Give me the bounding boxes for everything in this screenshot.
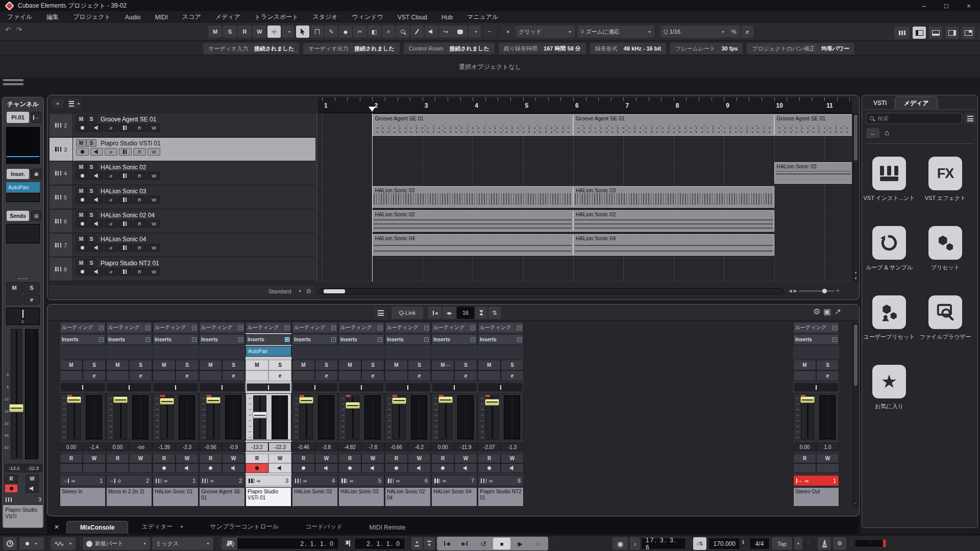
strip-peak-value[interactable]: -11.9 [454, 442, 477, 452]
strip-monitor-icon[interactable] [268, 463, 291, 473]
media-back-icon[interactable]: ← [866, 128, 879, 138]
quantize-panel-icon[interactable]: e [741, 26, 753, 38]
select-tool-icon[interactable] [296, 26, 309, 38]
media-search-box[interactable] [866, 113, 962, 124]
time-format-note-icon[interactable]: ♪ [630, 537, 640, 550]
global-s-button[interactable]: S [223, 26, 237, 38]
strip-record-button[interactable] [153, 463, 176, 473]
track-mute-button[interactable]: M [76, 235, 86, 243]
go-to-start-button[interactable]: ◀ [438, 538, 455, 549]
track-read-button[interactable]: R [133, 196, 146, 204]
line-tool-icon[interactable] [410, 26, 424, 38]
routing-expand-icon[interactable]: + [832, 325, 837, 330]
track-name[interactable]: Piapro Studio VSTi 01 [101, 140, 161, 147]
strip-volume-value[interactable]: -0.46 [292, 442, 315, 452]
track-solo-button[interactable]: S [86, 235, 96, 243]
strip-peak-value[interactable]: -2.3 [176, 442, 199, 452]
strip-pan-control[interactable] [247, 383, 290, 391]
time-position-display[interactable]: 17. 3. 3. 6 [641, 538, 686, 549]
clip-led[interactable] [485, 395, 490, 397]
track-mute-button[interactable]: M [76, 115, 86, 123]
snap-on-off-icon[interactable]: × [501, 26, 514, 38]
scroll-left-icon[interactable]: ◀ [789, 288, 792, 293]
strip-mute-button[interactable]: M [246, 360, 268, 370]
track-instrument-icon[interactable] [119, 124, 132, 132]
strip-listen-button[interactable] [246, 370, 268, 381]
track-edit-button[interactable]: e [105, 220, 117, 228]
track-row[interactable]: 6MSHALion Sonic 02 04eRW [50, 210, 315, 233]
strip-channel-row[interactable]: ∞4 [292, 475, 338, 486]
scroll-right-icon[interactable]: ▶ [794, 288, 797, 293]
track-write-button[interactable]: W [148, 244, 160, 252]
routing-expand-icon[interactable]: + [424, 325, 429, 330]
strip-monitor-icon[interactable] [361, 463, 384, 473]
track-solo-button[interactable]: S [86, 163, 96, 171]
strip-record-button[interactable] [478, 463, 501, 473]
midi-record-mix-dropdown[interactable]: ミックス▼ [152, 537, 213, 550]
track-mute-button[interactable]: M [76, 139, 86, 147]
strip-read-button[interactable]: R [793, 454, 816, 463]
strip-record-button[interactable] [793, 463, 816, 473]
toolbar-setup-gear-icon[interactable]: ⚙ [978, 27, 980, 39]
scroll-down-icon[interactable]: ▼ [854, 277, 857, 280]
track-monitor-icon[interactable] [90, 172, 103, 180]
strip-routing-rack[interactable]: ルーティング+ [153, 322, 199, 333]
strip-monitor-icon[interactable] [816, 463, 839, 473]
strip-insert-slot[interactable]: AutoPan [246, 346, 291, 357]
midi-event[interactable]: HALion Sonic 04 [573, 234, 774, 256]
strip-edit-button[interactable]: e [361, 370, 384, 381]
strip-routing-rack[interactable]: ルーティング+ [199, 322, 245, 333]
insert-slot-empty[interactable] [6, 193, 40, 202]
zoom-tool-icon[interactable] [396, 26, 409, 38]
marker-bubble-icon[interactable] [452, 26, 468, 38]
track-write-button[interactable]: W [148, 220, 160, 228]
tab-サンプラーコントロール[interactable]: サンプラーコントロール [197, 520, 292, 534]
strip-solo-button[interactable]: S [501, 360, 524, 370]
strip-pan-control[interactable] [154, 383, 198, 391]
strip-fader-handle[interactable] [800, 396, 815, 403]
strip-name-label[interactable]: HALion Sonic 02 04 [385, 487, 431, 507]
strip-pan-control[interactable] [339, 383, 383, 391]
media-home-icon[interactable]: ⌂ [885, 128, 889, 137]
inserts-expand-icon[interactable]: + [285, 337, 289, 342]
time-signature-field[interactable]: 4/4 [749, 538, 770, 549]
strip-fader-handle[interactable] [438, 396, 453, 403]
strip-pan-control[interactable] [479, 383, 523, 391]
strip-name-label[interactable]: Stereo In [60, 487, 106, 507]
track-record-button[interactable] [76, 124, 89, 132]
left-locator-field[interactable]: 2. 1. 1. 0 [237, 538, 339, 549]
record-button[interactable]: ○ [530, 538, 547, 549]
track-instrument-icon[interactable] [119, 172, 132, 180]
go-to-end-button[interactable]: ▶ [456, 538, 474, 549]
strip-listen-button[interactable] [292, 370, 315, 381]
strip-channel-row[interactable]: →∞1 [793, 475, 839, 486]
track-record-button[interactable] [76, 148, 89, 156]
strip-solo-button[interactable]: S [268, 360, 291, 370]
grid-type-dropdown[interactable]: # ズームに適応▼ [578, 26, 654, 38]
strip-volume-value[interactable]: 0.00 [106, 442, 129, 452]
channel-read-button[interactable]: R [5, 474, 18, 483]
mixer-strip-instrument[interactable]: ルーティング+Inserts+MSe-1.39-2.3RW∞1HALion So… [153, 322, 199, 507]
clip-led[interactable] [346, 395, 351, 397]
info-item[interactable]: フレームレート30 fps [670, 43, 743, 54]
track-row[interactable]: 2MSGroove Agent SE 01eRW [50, 114, 315, 137]
strip-fader-handle[interactable] [392, 397, 406, 404]
track-row[interactable]: 5MSHALion Sonic 03eRW [50, 186, 315, 209]
media-tile-star[interactable]: ★ [872, 365, 906, 398]
track-write-button[interactable]: W [148, 268, 160, 276]
strip-inserts-rack[interactable]: Inserts+ [199, 334, 245, 345]
strip-volume-value[interactable]: -13.2 [246, 442, 268, 452]
right-zone-toggle-icon[interactable] [945, 27, 959, 39]
strip-volume-value[interactable]: 0.00 [793, 442, 816, 452]
clip-led[interactable] [393, 395, 397, 397]
tab-コードパッド[interactable]: コードパッド [292, 520, 356, 534]
info-item[interactable]: オーディオ入力接続されました [203, 43, 299, 54]
strip-monitor-icon[interactable] [315, 463, 338, 473]
media-list-view-icon[interactable] [964, 113, 976, 124]
play-button[interactable]: ▶ [511, 538, 529, 549]
clip-led[interactable] [160, 395, 165, 397]
strip-solo-button[interactable]: S [222, 360, 245, 370]
inserts-expand-icon[interactable]: + [832, 337, 837, 342]
strip-routing-rack[interactable]: ルーティング+ [793, 322, 839, 333]
strip-monitor-icon[interactable] [176, 463, 199, 473]
